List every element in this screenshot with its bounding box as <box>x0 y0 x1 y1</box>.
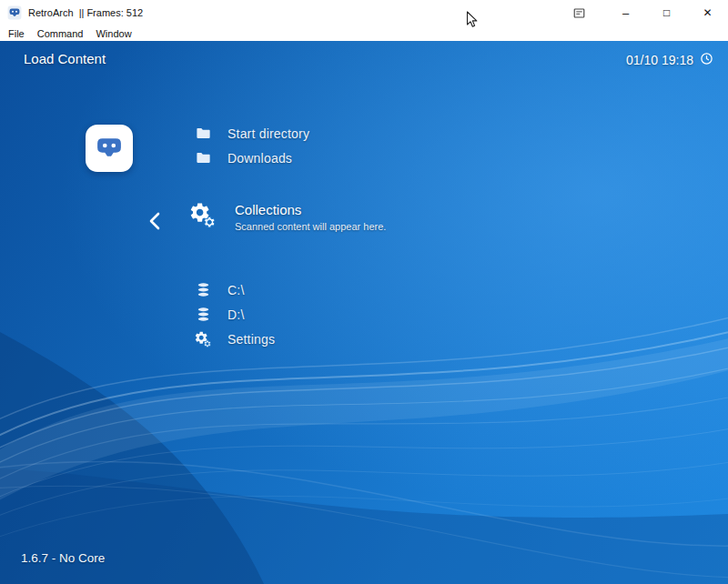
menu-item-command[interactable]: Command <box>31 27 90 40</box>
menu-item-drive-c[interactable]: C:\ <box>193 282 245 297</box>
menubar: File Command Window <box>0 25 728 41</box>
settings-icon <box>193 330 213 348</box>
menu-item-settings[interactable]: Settings <box>193 330 275 348</box>
folder-icon <box>193 149 213 166</box>
app-window: RetroArch || Frames: 512 – □ ✕ File Comm… <box>0 0 728 584</box>
menu-item-start-directory[interactable]: Start directory <box>193 125 309 142</box>
collections-icon <box>187 201 218 232</box>
item-label: Downloads <box>228 151 292 166</box>
maximize-button[interactable]: □ <box>646 0 687 25</box>
close-button[interactable]: ✕ <box>687 0 728 25</box>
minimize-button[interactable]: – <box>605 0 646 25</box>
menu-item-collections[interactable]: Collections Scanned content will appear … <box>187 201 386 232</box>
menu-item-window[interactable]: Window <box>89 27 137 40</box>
datetime: 01/10 19:18 <box>626 52 713 68</box>
item-sublabel: Scanned content will appear here. <box>235 221 386 232</box>
datetime-label: 01/10 19:18 <box>626 53 693 67</box>
back-chevron-icon <box>147 211 162 235</box>
titlebar: RetroArch || Frames: 512 – □ ✕ <box>0 0 728 25</box>
folder-icon <box>193 125 213 142</box>
item-label: Settings <box>228 332 275 347</box>
retroarch-logo <box>86 125 133 172</box>
drive-icon <box>193 307 213 322</box>
item-label: Collections <box>235 202 386 217</box>
item-label: C:\ <box>228 283 245 297</box>
version-label: 1.6.7 - No Core <box>21 551 105 565</box>
window-title: RetroArch || Frames: 512 <box>28 7 143 18</box>
item-label: Start directory <box>228 126 309 141</box>
menu-item-downloads[interactable]: Downloads <box>193 149 292 166</box>
menu-item-drive-d[interactable]: D:\ <box>193 307 245 322</box>
mouse-cursor-icon <box>466 11 478 32</box>
page-title: Load Content <box>24 51 106 66</box>
clock-icon <box>700 52 713 68</box>
window-controls: – □ ✕ <box>605 0 728 25</box>
item-label: D:\ <box>228 307 245 322</box>
menu-item-file[interactable]: File <box>2 27 31 40</box>
retroarch-app-icon <box>7 5 22 20</box>
window-preview-icon[interactable] <box>573 7 585 19</box>
xmb-screen: Load Content 01/10 19:18 <box>0 41 728 584</box>
drive-icon <box>193 282 213 297</box>
